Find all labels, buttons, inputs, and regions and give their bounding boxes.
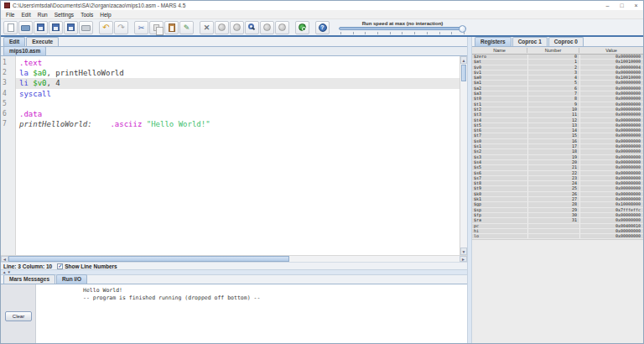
line-number-gutter: 1234567 — [1, 56, 16, 255]
code-token: , printHelloWorld — [47, 69, 124, 77]
run-reset-button[interactable] — [295, 21, 309, 34]
register-name: pc — [472, 224, 527, 228]
window-controls: –□× — [600, 1, 643, 10]
register-name: $s5 — [472, 165, 527, 169]
file-tab-mips10-asm[interactable]: mips10.asm — [3, 46, 46, 55]
run-go-button[interactable] — [215, 21, 229, 34]
scroll-down-icon[interactable]: ▼ — [460, 248, 467, 255]
close-button[interactable]: × — [629, 1, 643, 10]
cut-button[interactable] — [134, 21, 148, 34]
menu-edit[interactable]: Edit — [18, 12, 34, 18]
scroll-right-icon[interactable]: ► — [460, 256, 467, 262]
save-button[interactable] — [34, 21, 48, 34]
register-name: lo — [472, 234, 527, 238]
undo-button[interactable] — [99, 21, 113, 34]
line-column-indicator: Line: 3 Column: 10 — [3, 263, 52, 269]
register-number: 15 — [527, 133, 579, 138]
paste-icon — [169, 23, 175, 32]
window-title: C:\Users\mtsdal\Documents\SA\2\organizac… — [13, 3, 185, 8]
register-number: 0 — [527, 55, 579, 59]
redo-icon — [117, 23, 124, 32]
paste-button[interactable] — [164, 21, 179, 34]
run-speed-thumb[interactable] — [459, 25, 466, 33]
dump-memory-button[interactable] — [64, 21, 78, 34]
menu-file[interactable]: File — [3, 12, 18, 18]
run-backstep-button[interactable] — [245, 21, 259, 34]
register-value: 0x00000000 — [579, 234, 643, 238]
register-name: hi — [472, 229, 527, 233]
code-token: $v0 — [33, 79, 46, 87]
editor-horizontal-scrollbar[interactable]: ◄ ► — [1, 255, 467, 262]
run-stop-button[interactable] — [275, 21, 289, 34]
scroll-left-icon[interactable]: ◄ — [1, 256, 8, 262]
help-button[interactable] — [315, 21, 330, 34]
tab-registers[interactable]: Registers — [475, 37, 512, 46]
maximize-button[interactable]: □ — [615, 1, 629, 10]
register-value: 0x00000000 — [579, 165, 643, 169]
open-button[interactable] — [18, 21, 33, 34]
find-replace-button[interactable] — [179, 21, 194, 34]
run-pause-button[interactable] — [260, 21, 274, 34]
register-number: 1 — [527, 60, 579, 64]
register-number: 18 — [527, 149, 579, 154]
horizontal-scroll-thumb[interactable] — [8, 256, 289, 262]
edit-pane: EditExecute mips10.asm 1234567 .textla $… — [1, 37, 467, 343]
run-step-button[interactable] — [230, 21, 244, 34]
save-icon — [37, 23, 44, 31]
redo-button[interactable] — [114, 21, 128, 34]
tab-run-i-o[interactable]: Run I/O — [56, 274, 87, 284]
vertical-scroll-track — [460, 82, 467, 248]
clear-button[interactable]: Clear — [5, 311, 32, 321]
menu-tools[interactable]: Tools — [77, 12, 96, 18]
menu-run[interactable]: Run — [34, 12, 51, 18]
register-number — [527, 229, 579, 233]
column-header-number[interactable]: Number — [527, 48, 579, 53]
tab-edit[interactable]: Edit — [3, 37, 25, 46]
line-number: 7 — [1, 119, 15, 129]
code-line: printHelloWorld: .asciiz "Hello World!" — [16, 119, 460, 129]
register-value: 0x00000000 — [579, 96, 643, 101]
code-editor[interactable]: 1234567 .textla $a0, printHelloWorldli $… — [1, 56, 467, 255]
save-as-button[interactable] — [49, 21, 63, 34]
column-header-value[interactable]: Value — [579, 48, 643, 53]
column-header-name[interactable]: Name — [472, 48, 527, 53]
assemble-button[interactable] — [200, 21, 214, 34]
line-number: 3 — [1, 78, 15, 88]
new-file-button[interactable] — [3, 21, 18, 34]
copy-button[interactable] — [149, 21, 164, 34]
tab-execute[interactable]: Execute — [26, 37, 59, 46]
register-number: 2 — [527, 65, 579, 70]
code-line: .text — [16, 58, 460, 68]
register-number: 5 — [527, 81, 579, 85]
menu-help[interactable]: Help — [96, 12, 114, 18]
line-number: 2 — [1, 68, 15, 78]
run-io-output: Hello World!-- program is finished runni… — [36, 284, 467, 343]
print-button[interactable] — [79, 21, 93, 34]
tab-coproc-1[interactable]: Coproc 1 — [512, 37, 548, 46]
horizontal-scroll-track[interactable] — [289, 256, 460, 262]
code-line — [16, 99, 460, 109]
code-token: .data — [19, 110, 42, 118]
show-line-numbers-checkbox[interactable] — [57, 263, 63, 269]
vertical-scroll-thumb[interactable] — [461, 65, 466, 81]
minimize-button[interactable]: – — [600, 1, 615, 10]
register-table-body: $zero00x00000000$at10x10010000$v020x0000… — [472, 55, 643, 239]
help-icon — [319, 23, 327, 32]
register-name: $s2 — [472, 149, 527, 154]
toolbar-buttons — [3, 21, 330, 34]
menu-settings[interactable]: Settings — [51, 12, 78, 18]
scroll-up-icon[interactable]: ▲ — [460, 56, 467, 64]
cut-icon — [138, 23, 145, 32]
code-token: $a0 — [33, 69, 46, 77]
register-value: 0x00000000 — [579, 186, 643, 190]
code-token: li — [19, 79, 29, 87]
code-area[interactable]: .textla $a0, printHelloWorldli $v0, 4sys… — [16, 56, 460, 255]
tab-coproc-0[interactable]: Coproc 0 — [548, 37, 584, 46]
run-speed-track[interactable] — [339, 27, 466, 30]
register-name: $t0 — [472, 96, 527, 101]
register-value: 0x00000000 — [579, 112, 643, 117]
register-number — [527, 224, 579, 228]
register-number: 21 — [527, 165, 579, 169]
tab-mars-messages[interactable]: Mars Messages — [3, 274, 55, 284]
editor-vertical-scrollbar[interactable]: ▲ ▼ — [460, 56, 467, 255]
